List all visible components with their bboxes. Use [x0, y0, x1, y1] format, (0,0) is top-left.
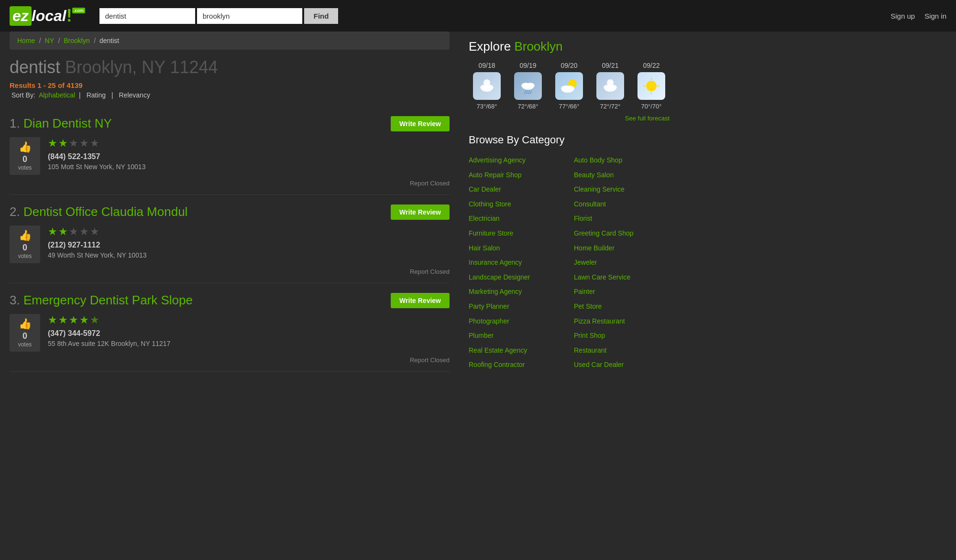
listing-3-vote-label: votes	[18, 341, 32, 348]
listing-2-info: ★ ★ ★ ★ ★ (212) 927-1112 49 Worth St New…	[48, 226, 450, 259]
listing-3-vote-count: 0	[11, 331, 38, 341]
breadcrumb: Home / NY / Brooklyn / dentist	[10, 32, 450, 50]
category-right-5[interactable]: Greeting Card Shop	[574, 227, 670, 240]
star-2-2: ★	[58, 226, 68, 238]
see-forecast: See full forecast	[469, 114, 670, 122]
search-keyword-input[interactable]	[99, 8, 195, 24]
category-right-8[interactable]: Lawn Care Service	[574, 271, 670, 284]
listing-2-name-link[interactable]: Dentist Office Claudia Mondul	[23, 205, 187, 219]
header-links: Sign up Sign in	[890, 12, 946, 20]
listing-3-name-link[interactable]: Emergency Dentist Park Slope	[23, 293, 193, 307]
breadcrumb-city[interactable]: Brooklyn	[64, 37, 89, 44]
sort-alphabetical[interactable]: Alphabetical	[39, 91, 75, 99]
category-right-7[interactable]: Jeweler	[574, 256, 670, 269]
svg-point-14	[561, 86, 574, 93]
category-left-5[interactable]: Furniture Store	[469, 227, 564, 240]
listing-2-write-review-button[interactable]: Write Review	[391, 205, 450, 220]
category-right-13[interactable]: Restaurant	[574, 344, 670, 357]
search-location-input[interactable]	[197, 8, 302, 24]
category-left-6[interactable]: Hair Salon	[469, 242, 564, 255]
category-left-1[interactable]: Auto Repair Shop	[469, 169, 564, 182]
listing-3-address: 55 8th Ave suite 12K Brooklyn, NY 11217	[48, 340, 450, 347]
listing-1-write-review-button[interactable]: Write Review	[391, 116, 450, 131]
breadcrumb-sep3: /	[94, 37, 98, 44]
weather-date-4: 09/21	[592, 62, 628, 69]
category-left-7[interactable]: Insurance Agency	[469, 256, 564, 269]
listing-2-vote-label: votes	[18, 253, 32, 259]
star-3-1: ★	[48, 314, 57, 326]
category-right-10[interactable]: Pet Store	[574, 300, 670, 313]
category-left-2[interactable]: Car Dealer	[469, 183, 564, 196]
find-button[interactable]: Find	[304, 8, 339, 24]
category-right-12[interactable]: Print Shop	[574, 329, 670, 342]
category-left-0[interactable]: Advertising Agency	[469, 154, 564, 167]
listing-1-phone: (844) 522-1357	[48, 152, 450, 161]
weather-icon-3	[555, 72, 583, 100]
listing-3-report-link[interactable]: Report Closed	[410, 356, 450, 364]
logo[interactable]: ezlocal!.com	[10, 6, 85, 26]
signup-link[interactable]: Sign up	[890, 12, 915, 20]
sort-label: Sort By:	[11, 91, 35, 99]
category-left-13[interactable]: Real Estate Agency	[469, 344, 564, 357]
category-right-6[interactable]: Home Builder	[574, 242, 670, 255]
weather-icon-1	[473, 72, 501, 100]
logo-ez: ez	[10, 6, 32, 26]
category-left-8[interactable]: Landscape Designer	[469, 271, 564, 284]
star-1-2: ★	[58, 137, 68, 150]
svg-line-7	[525, 90, 526, 94]
listing-2-report-link[interactable]: Report Closed	[410, 268, 450, 275]
weather-temp-5: 70°/70°	[633, 103, 670, 110]
breadcrumb-home[interactable]: Home	[17, 37, 35, 44]
listing-1-report: Report Closed	[10, 180, 450, 187]
category-left-11[interactable]: Photographer	[469, 315, 564, 328]
category-right-2[interactable]: Cleaning Service	[574, 183, 670, 196]
listing-1-title: 1. Dian Dentist NY	[10, 116, 112, 131]
category-left-14[interactable]: Roofing Contractor	[469, 358, 564, 371]
category-left-12[interactable]: Plumber	[469, 329, 564, 342]
sort-sep2: |	[111, 91, 115, 99]
category-left-4[interactable]: Electrician	[469, 212, 564, 225]
listing-1-report-link[interactable]: Report Closed	[410, 180, 450, 187]
sort-relevancy: Relevancy	[119, 91, 150, 99]
results-count: Results 1 - 25 of 4139	[10, 81, 450, 89]
logo-dot: !	[66, 6, 72, 26]
svg-point-3	[481, 85, 493, 92]
category-right-14[interactable]: Used Car Dealer	[574, 358, 670, 371]
listing-1-name-link[interactable]: Dian Dentist NY	[23, 116, 112, 130]
listing-1-body: 👍 0 votes ★ ★ ★ ★ ★ (844) 522-1357 105 M…	[10, 137, 450, 175]
weather-date-5: 09/22	[633, 62, 670, 69]
star-2-5: ★	[90, 226, 99, 238]
listing-3-phone: (347) 344-5972	[48, 329, 450, 338]
svg-point-19	[646, 81, 657, 91]
category-left-9[interactable]: Marketing Agency	[469, 285, 564, 298]
category-left-10[interactable]: Party Planner	[469, 300, 564, 313]
signin-link[interactable]: Sign in	[924, 12, 946, 20]
star-2-3: ★	[69, 226, 78, 238]
listing-3-info: ★ ★ ★ ★ ★ (347) 344-5972 55 8th Ave suit…	[48, 314, 450, 347]
sort-bar: Sort By: Alphabetical | Rating | Relevan…	[10, 91, 450, 99]
page-title: dentist Brooklyn, NY 11244	[10, 57, 450, 77]
star-1-1: ★	[48, 137, 57, 150]
forecast-link[interactable]: See full forecast	[625, 115, 670, 122]
star-1-5: ★	[90, 137, 99, 150]
listing-2-vote-count: 0	[11, 243, 38, 253]
category-grid: Advertising AgencyAuto Body ShopAuto Rep…	[469, 154, 670, 371]
listing-3-vote: 👍 0 votes	[10, 314, 40, 352]
content-area: Home / NY / Brooklyn / dentist dentist B…	[0, 32, 459, 383]
category-left-3[interactable]: Clothing Store	[469, 198, 564, 211]
category-right-9[interactable]: Painter	[574, 285, 670, 298]
category-right-4[interactable]: Florist	[574, 212, 670, 225]
breadcrumb-state[interactable]: NY	[45, 37, 54, 44]
main-layout: Home / NY / Brooklyn / dentist dentist B…	[0, 32, 956, 383]
star-3-4: ★	[79, 314, 89, 326]
weather-temp-1: 73°/68°	[469, 103, 505, 110]
category-right-0[interactable]: Auto Body Shop	[574, 154, 670, 167]
category-right-11[interactable]: Pizza Restaurant	[574, 315, 670, 328]
search-bar: Find	[99, 8, 339, 24]
category-right-1[interactable]: Beauty Salon	[574, 169, 670, 182]
logo-local: local	[32, 7, 66, 25]
listing-3-report: Report Closed	[10, 356, 450, 364]
listing-3-write-review-button[interactable]: Write Review	[391, 293, 450, 308]
svg-point-18	[604, 85, 616, 92]
category-right-3[interactable]: Consultant	[574, 198, 670, 211]
